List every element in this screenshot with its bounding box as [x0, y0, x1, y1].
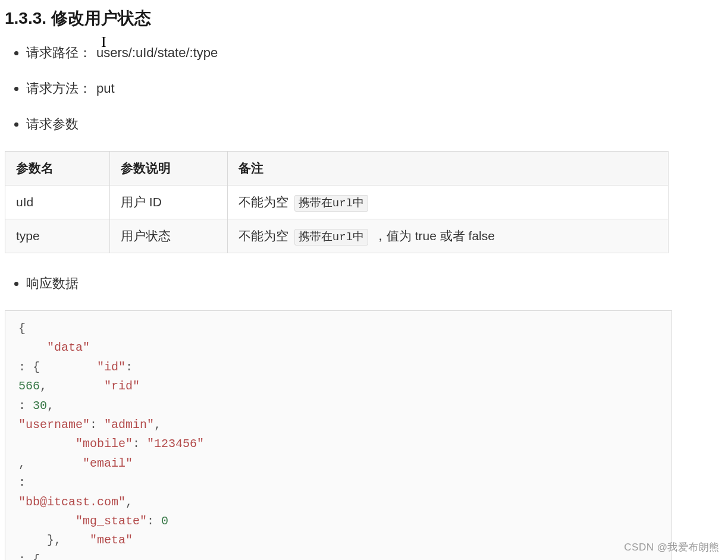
- request-info-list: 请求路径：users/:uId/state/:type 请求方法：put 请求参…: [5, 44, 723, 133]
- response-list: 响应数据: [5, 275, 723, 292]
- cell-param-name: uId: [5, 185, 110, 219]
- cell-param-desc: 用户 ID: [110, 185, 228, 219]
- request-params-label: 请求参数: [26, 117, 79, 131]
- col-header-desc: 参数说明: [110, 152, 228, 185]
- cell-param-remark: 不能为空 携带在url中 ，值为 true 或者 false: [228, 219, 669, 253]
- response-data-item: 响应数据: [26, 275, 723, 292]
- params-table: 参数名 参数说明 备注 uId 用户 ID 不能为空 携带在url中 type …: [5, 151, 669, 253]
- request-path-item: 请求路径：users/:uId/state/:type: [26, 44, 723, 62]
- remark-prefix: 不能为空: [239, 229, 288, 243]
- remark-suffix: ，值为 true 或者 false: [374, 229, 495, 243]
- response-data-label: 响应数据: [26, 276, 79, 291]
- request-method-item: 请求方法：put: [26, 80, 723, 97]
- cell-param-remark: 不能为空 携带在url中: [228, 185, 669, 219]
- cell-param-name: type: [5, 219, 110, 253]
- table-row: uId 用户 ID 不能为空 携带在url中: [5, 185, 669, 219]
- table-row: type 用户状态 不能为空 携带在url中 ，值为 true 或者 false: [5, 219, 669, 253]
- params-body: uId 用户 ID 不能为空 携带在url中 type 用户状态 不能为空 携带…: [5, 185, 669, 253]
- section-heading: 1.3.3. 修改用户状态: [5, 7, 723, 30]
- params-header-row: 参数名 参数说明 备注: [5, 152, 669, 185]
- request-method-label: 请求方法：: [26, 81, 92, 96]
- remark-prefix: 不能为空: [239, 195, 288, 209]
- remark-code: 携带在url中: [294, 229, 368, 246]
- request-path-label: 请求路径：: [26, 45, 92, 60]
- response-code-block: { "data" : { "id": 566, "rid" : 30, "use…: [5, 310, 672, 560]
- col-header-name: 参数名: [5, 152, 110, 185]
- request-method-value: put: [96, 81, 115, 96]
- col-header-remark: 备注: [228, 152, 669, 185]
- request-params-item: 请求参数: [26, 115, 723, 133]
- remark-code: 携带在url中: [294, 195, 368, 212]
- request-path-value: users/:uId/state/:type: [96, 45, 218, 60]
- watermark-text: CSDN @我爱布朗熊: [624, 540, 720, 554]
- cell-param-desc: 用户状态: [110, 219, 228, 253]
